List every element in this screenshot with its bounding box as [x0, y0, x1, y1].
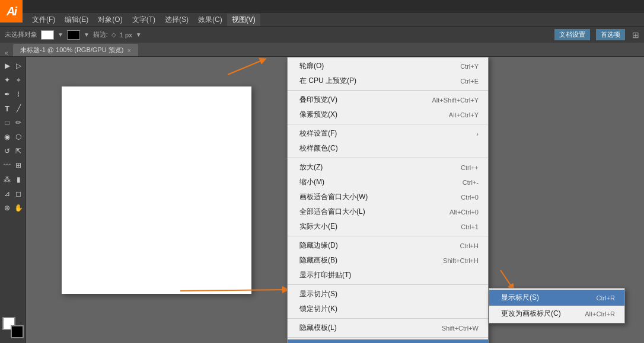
menu-item-fit-artboard[interactable]: 画板适合窗口大小(W) Ctrl+0 [288, 190, 488, 204]
ai-logo: Ai [0, 0, 23, 23]
zoom-tools: ⊕ ✋ [2, 201, 24, 214]
menu-view[interactable]: 视图(V) [227, 14, 260, 26]
menu-item-show-slices[interactable]: 显示切片(S) [288, 287, 488, 302]
menu-item-lock-slices[interactable]: 锁定切片(K) [288, 302, 488, 316]
menu-file[interactable]: 文件(F) [27, 14, 60, 26]
pen-tools: ✒ ⌇ [2, 88, 24, 101]
scale-tool[interactable]: ⇱ [13, 145, 24, 158]
menu-item-actual-size[interactable]: 实际大小(E) Ctrl+1 [288, 219, 488, 234]
preferences-button[interactable]: 首选项 [596, 29, 625, 40]
menu-item-hide-edges[interactable]: 隐藏边缘(D) Ctrl+H [288, 238, 488, 253]
menu-item-hide-artboard[interactable]: 隐藏画板(B) Shift+Ctrl+H [288, 253, 488, 268]
free-transform-tool[interactable]: ⊞ [13, 159, 24, 172]
menu-item-outline[interactable]: 轮廓(O) Ctrl+Y [288, 59, 488, 73]
view-menu-dropdown: 轮廓(O) Ctrl+Y 在 CPU 上预览(P) Ctrl+E 叠印预览(V)… [287, 57, 489, 343]
sep2 [288, 124, 488, 124]
left-toolbar: ▶ ▷ ✦ ⌖ ✒ ⌇ T ╱ □ ✏ ◉ ⬡ ↺ ⇱ 〰 ⊞ [0, 57, 26, 343]
stroke-value-dropdown[interactable]: ▼ [136, 31, 142, 38]
background-color[interactable] [11, 325, 24, 338]
menu-item-zoom-in[interactable]: 放大(Z) Ctrl++ [288, 160, 488, 175]
line-tool[interactable]: ╱ [13, 102, 24, 115]
swatch-dropdown-arrow[interactable]: ▼ [58, 31, 63, 38]
warp-tool[interactable]: 〰 [2, 159, 12, 172]
menu-item-proof-setup[interactable]: 校样设置(F) › [288, 126, 488, 141]
submenu-show-rulers[interactable]: 显示标尺(S) Ctrl+R [489, 290, 624, 306]
menu-edit[interactable]: 编辑(E) [60, 14, 93, 26]
menu-item-ruler[interactable]: 标尺(R) › [288, 339, 488, 343]
transform-tools: ↺ ⇱ [2, 145, 24, 158]
color-swatches [2, 317, 24, 338]
menu-item-show-print-tiling[interactable]: 显示打印拼贴(T) [288, 268, 488, 283]
sep1 [288, 90, 488, 91]
paint-bucket-tool[interactable]: ⬡ [13, 130, 24, 143]
warp-tools: 〰 ⊞ [2, 159, 24, 172]
direct-selection-tool[interactable]: ▷ [13, 59, 24, 72]
options-bar: 未选择对象 ▼ ▼ 描边: ◇ 1 px ▼ 文档设置 首选项 ⊞ [0, 26, 644, 43]
symbol-sprayer[interactable]: ⁂ [2, 173, 12, 186]
main-area: ▶ ▷ ✦ ⌖ ✒ ⌇ T ╱ □ ✏ ◉ ⬡ ↺ ⇱ 〰 ⊞ [0, 57, 644, 343]
sep5 [288, 284, 488, 285]
menu-effect[interactable]: 效果(C) [193, 14, 227, 26]
symbol-tools: ⁂ ▮ [2, 173, 24, 186]
submenu-change-to-artboard-rulers[interactable]: 更改为画板标尺(C) Alt+Ctrl+R [489, 306, 624, 322]
sep3 [288, 158, 488, 158]
menu-item-proof-color[interactable]: 校样颜色(C) [288, 141, 488, 156]
svg-line-0 [228, 60, 263, 75]
options-no-selection: 未选择对象 [5, 30, 37, 39]
selection-tools: ▶ ▷ [2, 59, 24, 72]
slice-tools: ⊿ ◻ [2, 187, 24, 200]
pen-tool[interactable]: ✒ [2, 88, 12, 101]
menu-item-fit-all[interactable]: 全部适合窗口大小(L) Alt+Ctrl+0 [288, 204, 488, 219]
paint-tools: ◉ ⬡ [2, 130, 24, 143]
options-stroke-value: 1 px [120, 31, 132, 39]
stroke-swatch[interactable] [67, 30, 80, 40]
rotate-tool[interactable]: ↺ [2, 145, 12, 158]
text-tools: T ╱ [2, 102, 24, 115]
shape-builder-tool[interactable]: ✏ [13, 116, 24, 129]
slice-tool[interactable]: ⊿ [2, 187, 12, 200]
rectangle-tool[interactable]: □ [2, 116, 12, 129]
arrange-button[interactable]: ⊞ [632, 30, 639, 40]
menu-items: 文件(F) 编辑(E) 对象(O) 文字(T) 选择(S) 效果(C) 视图(V… [27, 14, 260, 26]
fill-swatch[interactable] [41, 30, 54, 40]
menu-item-pixel[interactable]: 像素预览(X) Alt+Ctrl+Y [288, 107, 488, 122]
ai-logo-text: Ai [7, 5, 16, 18]
lasso-tool[interactable]: ⌖ [13, 73, 24, 86]
tab-bar: « 未标题-1 @ 100% (RGB/GPU 预览) × [0, 43, 644, 57]
stroke-size-dropdown-arrow[interactable]: ◇ [111, 31, 116, 38]
magic-wand-tool[interactable]: ✦ [2, 73, 12, 86]
shape-tools: □ ✏ [2, 116, 24, 129]
collapse-panels-icon[interactable]: « [5, 50, 11, 56]
eraser-tool[interactable]: ◻ [13, 187, 24, 200]
tab-close-button[interactable]: × [127, 47, 130, 54]
sep4 [288, 236, 488, 236]
menu-item-hide-template[interactable]: 隐藏模板(L) Shift+Ctrl+W [288, 320, 488, 335]
lasso-tools: ✦ ⌖ [2, 73, 24, 86]
selection-tool[interactable]: ▶ [2, 59, 12, 72]
ruler-submenu: 显示标尺(S) Ctrl+R 更改为画板标尺(C) Alt+Ctrl+R [489, 288, 625, 323]
menu-item-zoom-out[interactable]: 缩小(M) Ctrl+- [288, 175, 488, 190]
stroke-dropdown-arrow[interactable]: ▼ [84, 31, 90, 38]
menu-bar: 文件(F) 编辑(E) 对象(O) 文字(T) 选择(S) 效果(C) 视图(V… [0, 13, 644, 26]
menu-item-overprint[interactable]: 叠印预览(V) Alt+Shift+Ctrl+Y [288, 92, 488, 107]
column-graph-tool[interactable]: ▮ [13, 173, 24, 186]
canvas-area: 轮廓(O) Ctrl+Y 在 CPU 上预览(P) Ctrl+E 叠印预览(V)… [26, 57, 644, 343]
sep7 [288, 337, 488, 338]
menu-object[interactable]: 对象(O) [93, 14, 127, 26]
svg-line-2 [500, 270, 512, 288]
zoom-tool[interactable]: ⊕ [2, 201, 12, 214]
hand-tool[interactable]: ✋ [13, 201, 24, 214]
options-stroke-label: 描边: [93, 30, 108, 39]
menu-select[interactable]: 选择(S) [160, 14, 193, 26]
menu-item-cpu-preview[interactable]: 在 CPU 上预览(P) Ctrl+E [288, 73, 488, 88]
artboard [62, 86, 251, 294]
document-tab[interactable]: 未标题-1 @ 100% (RGB/GPU 预览) × [13, 44, 138, 56]
sep6 [288, 318, 488, 319]
doc-settings-button[interactable]: 文档设置 [554, 29, 590, 40]
type-tool[interactable]: T [2, 102, 12, 115]
title-bar [0, 0, 644, 13]
curvature-tool[interactable]: ⌇ [13, 88, 24, 101]
tab-label: 未标题-1 @ 100% (RGB/GPU 预览) [20, 46, 123, 55]
menu-text[interactable]: 文字(T) [127, 14, 160, 26]
live-paint-tool[interactable]: ◉ [2, 130, 12, 143]
